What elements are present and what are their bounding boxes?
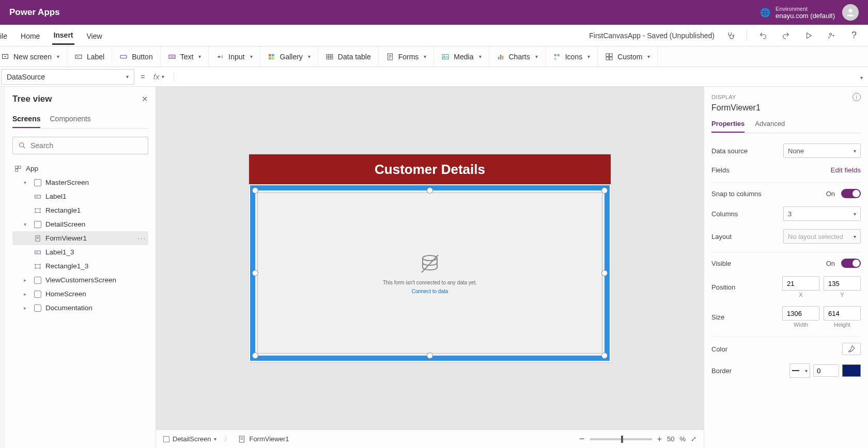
border-style-select[interactable]: ▾ bbox=[789, 363, 810, 378]
zoom-out-button[interactable]: − bbox=[579, 434, 585, 444]
connect-to-data-link[interactable]: Connect to data bbox=[412, 289, 448, 294]
new-screen-button[interactable]: New screen▾ bbox=[0, 46, 67, 67]
prop-datasource-select[interactable]: None▾ bbox=[783, 143, 861, 158]
position-y-input[interactable] bbox=[824, 276, 861, 291]
label-button[interactable]: Label bbox=[67, 46, 112, 67]
icons-button[interactable]: Icons▾ bbox=[546, 46, 598, 67]
button-button[interactable]: Button bbox=[112, 46, 160, 67]
border-color-swatch[interactable] bbox=[842, 364, 861, 377]
color-picker-button[interactable] bbox=[842, 343, 861, 355]
size-height-input[interactable] bbox=[824, 306, 861, 321]
zoom-in-button[interactable]: + bbox=[657, 435, 662, 444]
formviewer-selection[interactable]: This form isn't connected to any data ye… bbox=[250, 185, 610, 361]
tree-tab-components[interactable]: Components bbox=[50, 111, 90, 128]
forms-button[interactable]: Forms▾ bbox=[379, 46, 435, 67]
size-width-input[interactable] bbox=[782, 306, 819, 321]
resize-handle[interactable] bbox=[427, 353, 433, 359]
input-button[interactable]: Input▾ bbox=[209, 46, 260, 67]
text-button[interactable]: Abc Text▾ bbox=[161, 46, 209, 67]
snap-toggle[interactable] bbox=[841, 189, 861, 198]
menu-tab-insert[interactable]: Insert bbox=[52, 26, 74, 45]
tree-tab-screens[interactable]: Screens bbox=[12, 111, 40, 128]
environment-picker[interactable]: 🌐 Environment enayu.com (default) bbox=[760, 6, 835, 20]
user-avatar[interactable] bbox=[842, 4, 859, 21]
resize-handle[interactable] bbox=[427, 187, 433, 194]
more-button[interactable]: ··· bbox=[137, 234, 146, 242]
redo-icon bbox=[782, 31, 790, 40]
play-icon bbox=[804, 31, 813, 40]
custom-button[interactable]: Custom▾ bbox=[598, 46, 658, 67]
tree-item-label: Label1 bbox=[45, 193, 67, 200]
tree-item[interactable]: Label1_3 bbox=[12, 245, 148, 259]
new-screen-label: New screen bbox=[13, 53, 52, 61]
visible-toggle[interactable] bbox=[841, 259, 861, 268]
media-button[interactable]: Media▾ bbox=[434, 46, 489, 67]
menu-tab-home[interactable]: Home bbox=[20, 27, 41, 44]
prop-layout-value: No layout selected bbox=[788, 233, 843, 241]
environment-label: Environment bbox=[776, 6, 835, 12]
position-x-input[interactable] bbox=[782, 276, 819, 291]
breadcrumb-screen[interactable]: DetailScreen ▾ bbox=[163, 435, 216, 443]
svg-point-32 bbox=[35, 208, 36, 209]
tree-item[interactable]: App bbox=[12, 162, 148, 175]
props-tab-advanced[interactable]: Advanced bbox=[755, 118, 785, 133]
zoom-slider[interactable] bbox=[590, 438, 652, 440]
svg-point-40 bbox=[40, 264, 41, 265]
breadcrumb-control-label: FormViewer1 bbox=[249, 435, 289, 443]
preview-button[interactable] bbox=[802, 29, 815, 42]
charts-button[interactable]: Charts▾ bbox=[489, 46, 546, 67]
prop-position-label: Position bbox=[711, 283, 735, 291]
tree-item[interactable]: FormViewer1··· bbox=[12, 231, 148, 245]
border-width-input[interactable] bbox=[813, 364, 839, 377]
formula-input[interactable] bbox=[174, 69, 855, 85]
resize-handle[interactable] bbox=[601, 187, 608, 194]
property-selector[interactable]: DataSource ▾ bbox=[1, 69, 134, 85]
prop-columns-select[interactable]: 3▾ bbox=[783, 206, 861, 221]
help-button[interactable]: ? bbox=[847, 29, 861, 42]
breadcrumb-screen-label: DetailScreen bbox=[173, 435, 211, 443]
tree-item[interactable]: ▸Documentation bbox=[12, 301, 148, 315]
chevron-down-icon: ▾ bbox=[854, 148, 856, 154]
resize-handle[interactable] bbox=[601, 353, 608, 359]
share-button[interactable] bbox=[825, 29, 838, 42]
fit-to-screen-button[interactable]: ⤢ bbox=[691, 435, 696, 443]
tree-item[interactable]: ▸ViewCustomersScreen bbox=[12, 273, 148, 287]
tree-item-label: ViewCustomersScreen bbox=[45, 276, 116, 284]
menu-tab-view[interactable]: View bbox=[86, 27, 103, 44]
close-tree-button[interactable]: ✕ bbox=[142, 94, 148, 104]
tree-item-label: MasterScreen bbox=[45, 179, 89, 186]
input-icon bbox=[216, 53, 224, 61]
resize-handle[interactable] bbox=[601, 270, 608, 276]
breadcrumb-control[interactable]: FormViewer1 bbox=[238, 435, 289, 443]
tree-item[interactable]: Rectangle1_3 bbox=[12, 259, 148, 273]
tree-item[interactable]: ▾MasterScreen bbox=[12, 175, 148, 189]
control-icon bbox=[34, 235, 41, 242]
fx-icon[interactable]: fx▾ bbox=[151, 72, 174, 81]
tree-search-input[interactable] bbox=[30, 141, 143, 150]
resize-handle[interactable] bbox=[252, 187, 258, 194]
breadcrumb-bar: DetailScreen ▾ 〉 FormViewer1 − + 50 % ⤢ bbox=[156, 429, 704, 448]
position-x-sublabel: X bbox=[799, 292, 802, 298]
menu-tab-file[interactable]: ile bbox=[0, 27, 8, 44]
resize-handle[interactable] bbox=[252, 270, 258, 276]
tree-item[interactable]: ▸HomeScreen bbox=[12, 287, 148, 301]
edit-fields-link[interactable]: Edit fields bbox=[830, 166, 861, 174]
prop-visible-on: On bbox=[826, 260, 835, 267]
redo-button[interactable] bbox=[779, 29, 793, 42]
datatable-button[interactable]: Data table bbox=[318, 46, 379, 67]
tree-item[interactable]: ▾DetailScreen bbox=[12, 217, 148, 231]
tree-search[interactable] bbox=[12, 137, 148, 154]
app-checker-button[interactable] bbox=[724, 29, 737, 42]
chevron-icon: ▸ bbox=[24, 277, 30, 283]
prop-datasource-label: Data source bbox=[711, 147, 748, 155]
tree-item[interactable]: Label1 bbox=[12, 189, 148, 203]
expand-formula-button[interactable]: ▾ bbox=[855, 72, 868, 82]
props-tab-properties[interactable]: Properties bbox=[711, 118, 745, 133]
undo-button[interactable] bbox=[756, 29, 770, 42]
resize-handle[interactable] bbox=[252, 353, 258, 359]
prop-layout-select[interactable]: No layout selected▾ bbox=[783, 229, 861, 244]
gallery-button[interactable]: Gallery▾ bbox=[260, 46, 318, 67]
info-icon[interactable]: i bbox=[853, 93, 861, 101]
design-surface[interactable]: Customer Details This form isn't connect… bbox=[249, 154, 611, 362]
tree-item[interactable]: Rectangle1 bbox=[12, 203, 148, 217]
